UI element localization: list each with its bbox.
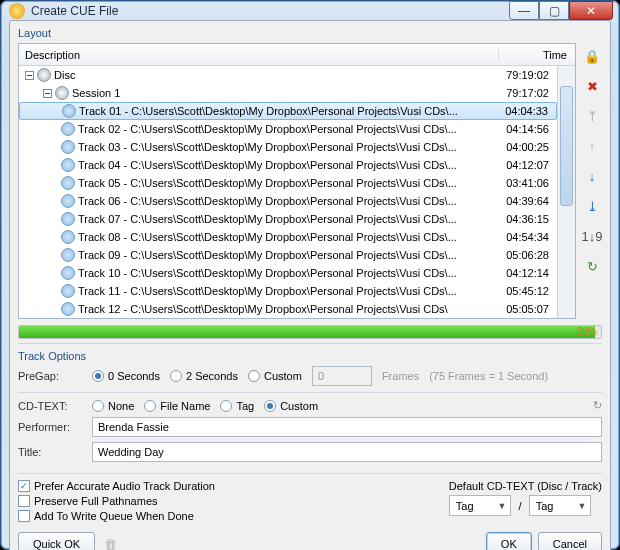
cdtext-filename-radio[interactable]: File Name — [144, 400, 210, 412]
move-down-icon[interactable]: ↓ — [583, 167, 601, 185]
app-icon — [9, 3, 25, 19]
capacity-bar: 99% — [18, 325, 602, 339]
cancel-button[interactable]: Cancel — [538, 532, 602, 550]
default-cdtext-track-dropdown[interactable]: Tag▼ — [529, 495, 592, 516]
preserve-pathnames-checkbox[interactable]: Preserve Full Pathnames — [18, 495, 215, 507]
track-icon — [61, 302, 75, 316]
disc-icon — [37, 68, 51, 82]
client-area: Layout Description Time Disc79:19:02Sess… — [9, 20, 611, 550]
table-row[interactable]: Track 11 - C:\Users\Scott\Desktop\My Dro… — [19, 282, 557, 300]
expander-icon[interactable] — [43, 89, 52, 98]
row-time: 04:54:34 — [481, 231, 557, 243]
table-row[interactable]: Track 06 - C:\Users\Scott\Desktop\My Dro… — [19, 192, 557, 210]
title-label: Title: — [18, 446, 82, 458]
table-row[interactable]: Track 02 - C:\Users\Scott\Desktop\My Dro… — [19, 120, 557, 138]
accurate-duration-checkbox[interactable]: ✓Prefer Accurate Audio Track Duration — [18, 480, 215, 492]
default-cdtext-separator: / — [519, 500, 522, 512]
capacity-percent: 99% — [577, 326, 597, 337]
cdtext-none-radio[interactable]: None — [92, 400, 134, 412]
table-row[interactable]: Disc79:19:02 — [19, 66, 557, 84]
quick-ok-button[interactable]: Quick OK — [18, 532, 95, 550]
row-time: 04:12:07 — [481, 159, 557, 171]
table-row[interactable]: Track 03 - C:\Users\Scott\Desktop\My Dro… — [19, 138, 557, 156]
move-bottom-icon[interactable]: ⤓ — [583, 197, 601, 215]
row-time: 04:12:14 — [481, 267, 557, 279]
row-time: 04:14:56 — [481, 123, 557, 135]
track-icon — [61, 266, 75, 280]
cdtext-tag-radio[interactable]: Tag — [220, 400, 254, 412]
row-label: Track 04 - C:\Users\Scott\Desktop\My Dro… — [78, 159, 457, 171]
maximize-button[interactable]: ▢ — [539, 1, 569, 20]
pregap-custom-radio[interactable]: Custom — [248, 370, 302, 382]
row-label: Track 07 - C:\Users\Scott\Desktop\My Dro… — [78, 213, 457, 225]
track-icon — [61, 140, 75, 154]
scrollbar-thumb[interactable] — [560, 86, 573, 206]
track-grid[interactable]: Description Time Disc79:19:02Session 179… — [18, 43, 576, 319]
row-label: Track 02 - C:\Users\Scott\Desktop\My Dro… — [78, 123, 457, 135]
row-time: 05:06:28 — [481, 249, 557, 261]
close-button[interactable]: ✕ — [569, 1, 613, 20]
performer-label: Performer: — [18, 421, 82, 433]
row-label: Track 08 - C:\Users\Scott\Desktop\My Dro… — [78, 231, 457, 243]
table-row[interactable]: Track 04 - C:\Users\Scott\Desktop\My Dro… — [19, 156, 557, 174]
row-label: Session 1 — [72, 87, 120, 99]
window-title: Create CUE File — [31, 4, 509, 18]
disc-icon — [55, 86, 69, 100]
table-row[interactable]: Session 179:17:02 — [19, 84, 557, 102]
table-row[interactable]: Track 05 - C:\Users\Scott\Desktop\My Dro… — [19, 174, 557, 192]
ok-button[interactable]: OK — [486, 532, 532, 550]
row-label: Track 10 - C:\Users\Scott\Desktop\My Dro… — [78, 267, 457, 279]
layout-label: Layout — [18, 27, 602, 39]
lock-icon[interactable]: 🔒 — [583, 47, 601, 65]
move-top-icon[interactable]: ⤒ — [583, 107, 601, 125]
default-cdtext-disc-dropdown[interactable]: Tag▼ — [449, 495, 512, 516]
delete-icon[interactable]: ✖ — [583, 77, 601, 95]
track-icon — [61, 248, 75, 262]
track-icon — [61, 194, 75, 208]
column-time[interactable]: Time — [499, 49, 575, 61]
title-input[interactable] — [92, 442, 602, 462]
performer-input[interactable] — [92, 417, 602, 437]
row-time: 04:36:15 — [481, 213, 557, 225]
row-label: Track 01 - C:\Users\Scott\Desktop\My Dro… — [79, 105, 458, 117]
track-icon — [61, 176, 75, 190]
pregap-hint: (75 Frames = 1 Second) — [429, 370, 548, 382]
capacity-fill — [19, 326, 595, 338]
table-row[interactable]: Track 10 - C:\Users\Scott\Desktop\My Dro… — [19, 264, 557, 282]
move-up-icon[interactable]: ↑ — [583, 137, 601, 155]
add-to-queue-checkbox[interactable]: Add To Write Queue When Done — [18, 510, 215, 522]
chevron-down-icon: ▼ — [498, 501, 507, 511]
track-icon — [61, 212, 75, 226]
cdtext-label: CD-TEXT: — [18, 400, 82, 412]
table-row[interactable]: Track 08 - C:\Users\Scott\Desktop\My Dro… — [19, 228, 557, 246]
cdtext-custom-radio[interactable]: Custom — [264, 400, 318, 412]
track-icon — [62, 104, 76, 118]
row-label: Disc — [54, 69, 75, 81]
grid-header[interactable]: Description Time — [19, 44, 575, 66]
trash-icon[interactable]: 🗑 — [101, 535, 119, 550]
row-time: 79:17:02 — [481, 87, 557, 99]
row-time: 79:19:02 — [481, 69, 557, 81]
track-icon — [61, 158, 75, 172]
row-label: Track 06 - C:\Users\Scott\Desktop\My Dro… — [78, 195, 457, 207]
sort-icon[interactable]: 1↓9 — [583, 227, 601, 245]
pregap-0-radio[interactable]: 0 Seconds — [92, 370, 160, 382]
expander-icon[interactable] — [25, 71, 34, 80]
table-row[interactable]: Track 01 - C:\Users\Scott\Desktop\My Dro… — [19, 102, 557, 120]
titlebar[interactable]: Create CUE File — ▢ ✕ — [1, 1, 619, 20]
row-time: 05:45:12 — [481, 285, 557, 297]
row-time: 04:00:25 — [481, 141, 557, 153]
column-description[interactable]: Description — [19, 49, 499, 61]
table-row[interactable]: Track 07 - C:\Users\Scott\Desktop\My Dro… — [19, 210, 557, 228]
pregap-2-radio[interactable]: 2 Seconds — [170, 370, 238, 382]
row-time: 03:41:06 — [481, 177, 557, 189]
cdtext-refresh-icon[interactable]: ↻ — [593, 399, 602, 412]
track-options-header: Track Options — [18, 350, 602, 362]
minimize-button[interactable]: — — [509, 1, 539, 20]
table-row[interactable]: Track 12 - C:\Users\Scott\Desktop\My Dro… — [19, 300, 557, 318]
vertical-scrollbar[interactable] — [557, 66, 575, 318]
row-time: 05:05:07 — [481, 303, 557, 315]
row-label: Track 12 - C:\Users\Scott\Desktop\My Dro… — [78, 303, 448, 315]
refresh-icon[interactable]: ↻ — [583, 257, 601, 275]
table-row[interactable]: Track 09 - C:\Users\Scott\Desktop\My Dro… — [19, 246, 557, 264]
